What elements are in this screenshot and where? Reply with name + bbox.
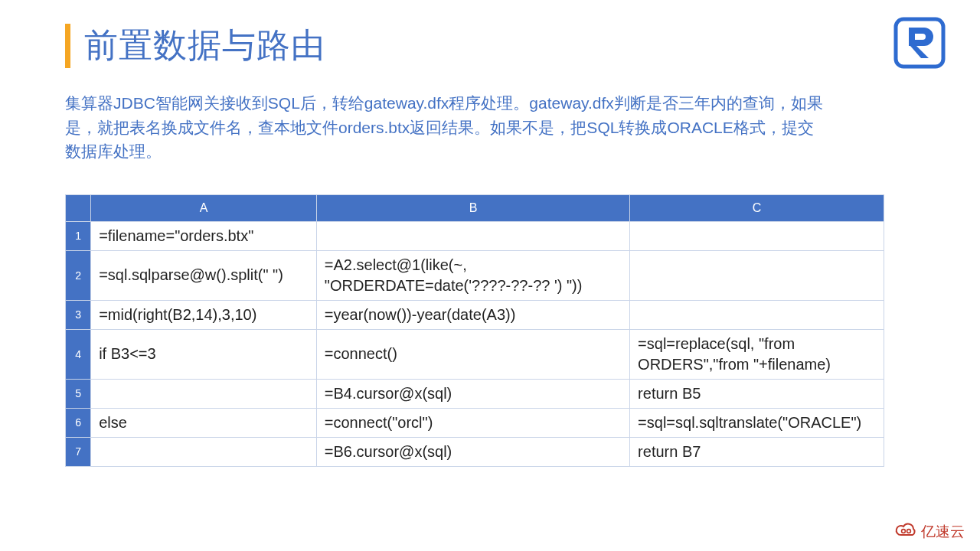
description-text: 集算器JDBC智能网关接收到SQL后，转给gateway.dfx程序处理。gat… [65,91,823,164]
row-number: 4 [66,329,91,379]
col-header-c: C [630,194,884,221]
cell-b [316,221,629,250]
brand-logo [893,17,946,72]
cell-b: =A2.select@1(like(~, "ORDERDATE=date('??… [316,250,629,300]
cloud-icon [895,521,918,542]
row-number: 7 [66,437,91,466]
table-row: 1 =filename="orders.btx" [66,221,884,250]
cell-c: =sql=replace(sql, "from ORDERS","from "+… [630,329,884,379]
watermark-text: 亿速云 [921,522,965,542]
slide: 前置数据与路由 集算器JDBC智能网关接收到SQL后，转给gateway.dfx… [0,0,980,551]
code-table: A B C 1 =filename="orders.btx" 2 =sql.sq… [65,194,884,467]
svg-point-1 [902,530,906,533]
cell-b: =B6.cursor@x(sql) [316,437,629,466]
row-number: 1 [66,221,91,250]
cell-c [630,221,884,250]
page-title: 前置数据与路由 [84,23,325,68]
table-row: 4 if B3<=3 =connect() =sql=replace(sql, … [66,329,884,379]
cell-a: else [91,408,317,437]
cell-a: =filename="orders.btx" [91,221,317,250]
row-number: 3 [66,300,91,329]
cell-a: =sql.sqlparse@w().split(" ") [91,250,317,300]
col-header-corner [66,194,91,221]
table-row: 6 else =connect("orcl") =sql=sql.sqltran… [66,408,884,437]
cell-b: =B4.cursor@x(sql) [316,379,629,408]
svg-point-2 [907,530,911,533]
table-header-row: A B C [66,194,884,221]
table-row: 7 =B6.cursor@x(sql) return B7 [66,437,884,466]
cell-c [630,250,884,300]
watermark: 亿速云 [895,521,965,542]
cell-a: =mid(right(B2,14),3,10) [91,300,317,329]
row-number: 5 [66,379,91,408]
table-row: 2 =sql.sqlparse@w().split(" ") =A2.selec… [66,250,884,300]
row-number: 6 [66,408,91,437]
cell-a: if B3<=3 [91,329,317,379]
cell-c: return B7 [630,437,884,466]
cell-c: =sql=sql.sqltranslate("ORACLE") [630,408,884,437]
table-row: 3 =mid(right(B2,14),3,10) =year(now())-y… [66,300,884,329]
row-number: 2 [66,250,91,300]
title-accent-bar [65,24,70,68]
col-header-b: B [316,194,629,221]
col-header-a: A [91,194,317,221]
title-row: 前置数据与路由 [65,23,911,68]
cell-c: return B5 [630,379,884,408]
cell-b: =year(now())-year(date(A3)) [316,300,629,329]
cell-a [91,437,317,466]
cell-b: =connect() [316,329,629,379]
cell-a [91,379,317,408]
cell-b: =connect("orcl") [316,408,629,437]
cell-c [630,300,884,329]
table-row: 5 =B4.cursor@x(sql) return B5 [66,379,884,408]
